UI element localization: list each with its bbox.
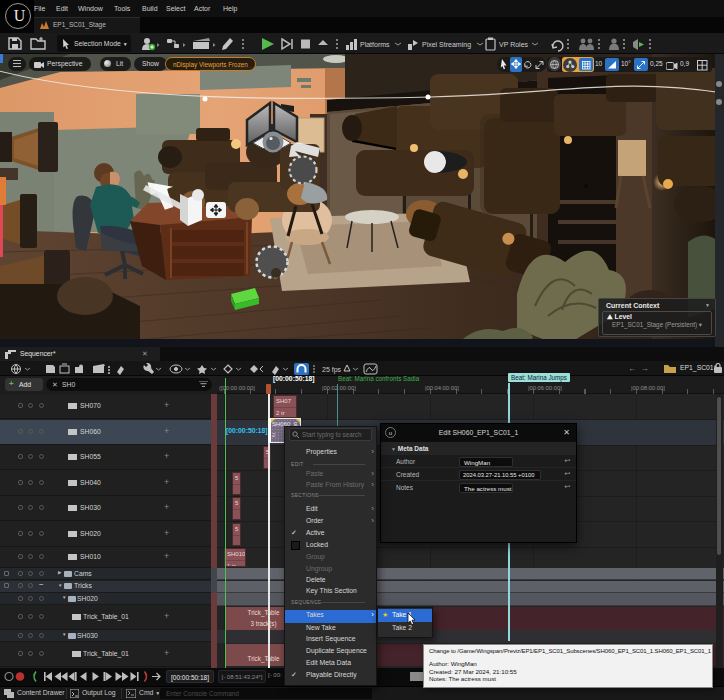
svg-text:VP Roles: VP Roles [499,41,529,48]
svg-text:Pixel Streaming: Pixel Streaming [422,41,471,49]
svg-text:Platforms: Platforms [360,41,390,48]
svg-text:25 fps: 25 fps [322,366,342,374]
